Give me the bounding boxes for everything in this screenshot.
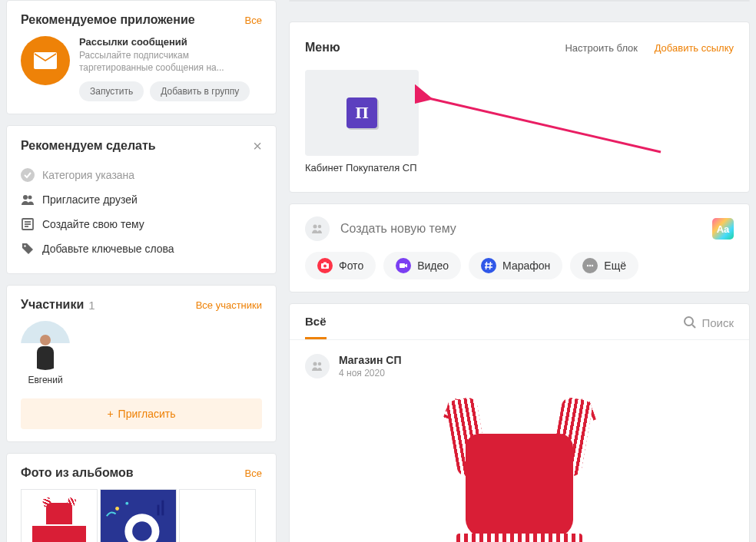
add-link-link[interactable]: Добавить ссылку xyxy=(655,42,734,54)
svg-point-3 xyxy=(28,196,32,200)
post-date: 4 ноя 2020 xyxy=(339,368,402,378)
svg-point-32 xyxy=(318,362,321,365)
svg-point-16 xyxy=(313,225,317,229)
svg-point-26 xyxy=(587,265,589,266)
todo-add-keywords[interactable]: Добавьте ключевые слова xyxy=(21,236,262,261)
video-icon xyxy=(396,258,411,273)
photos-card: Фото из альбомов Все xyxy=(6,453,277,542)
plus-icon: + xyxy=(107,408,113,420)
svg-point-17 xyxy=(318,225,321,228)
configure-block-link[interactable]: Настроить блок xyxy=(565,42,638,54)
add-marathon-chip[interactable]: Марафон xyxy=(469,252,562,279)
card-stub xyxy=(289,0,750,2)
recommended-app-all-link[interactable]: Все xyxy=(245,15,262,26)
svg-point-12 xyxy=(125,502,128,505)
svg-point-11 xyxy=(115,507,119,511)
photos-header: Фото из альбомов xyxy=(21,466,134,480)
menu-tile-buyer-cabinet[interactable]: П xyxy=(305,70,419,156)
svg-rect-14 xyxy=(158,505,160,516)
svg-line-23 xyxy=(490,262,491,269)
svg-point-2 xyxy=(23,195,28,200)
invite-button[interactable]: + Пригласить xyxy=(21,398,262,429)
recommended-app-header: Рекомендуемое приложение xyxy=(21,13,195,27)
participants-card: Участники 1 Все участники Евгений + Приг… xyxy=(6,285,277,442)
participants-header: Участники xyxy=(21,298,84,312)
svg-point-19 xyxy=(323,265,327,268)
album-photo-abstract[interactable] xyxy=(100,489,177,542)
app-logo-icon: П xyxy=(346,97,377,128)
post-avatar-icon[interactable] xyxy=(305,354,330,378)
recommended-app-card: Рекомендуемое приложение Все Рассылки со… xyxy=(6,0,277,114)
menu-card: Меню Настроить блок Добавить ссылку П Ка… xyxy=(289,21,750,193)
tab-all[interactable]: Всё xyxy=(305,315,327,339)
app-description: Рассылайте подписчикам таргетированные с… xyxy=(79,49,262,74)
todo-create-topic[interactable]: Создайте свою тему xyxy=(21,212,262,236)
camera-icon xyxy=(317,258,333,273)
add-video-chip[interactable]: Видео xyxy=(383,252,461,279)
svg-rect-15 xyxy=(161,501,164,516)
svg-point-31 xyxy=(313,362,317,366)
todo-invite-friends[interactable]: Пригласите друзей xyxy=(21,187,262,212)
svg-point-28 xyxy=(592,265,593,266)
more-icon xyxy=(582,258,598,273)
avatar xyxy=(21,321,70,370)
add-photo-chip[interactable]: Фото xyxy=(305,252,376,279)
feed-card: Всё Поиск Магазин СП 4 ноя 2020 xyxy=(289,303,750,542)
menu-title: Меню xyxy=(305,41,340,55)
app-title: Рассылки сообщений xyxy=(79,36,262,48)
compose-card: Aa Фото Видео Марафон Ещё xyxy=(289,203,750,292)
run-button[interactable]: Запустить xyxy=(79,81,144,101)
close-icon[interactable]: × xyxy=(253,138,262,154)
text-style-icon[interactable]: Aa xyxy=(712,218,734,240)
todo-card: Рекомендуем сделать × Категория указана … xyxy=(6,125,277,274)
menu-tile-label: Кабинет Покупателя СП xyxy=(305,162,419,174)
svg-rect-21 xyxy=(400,263,405,268)
add-to-group-button[interactable]: Добавить в группу xyxy=(150,81,250,101)
more-chip[interactable]: Ещё xyxy=(570,252,638,279)
svg-line-30 xyxy=(692,325,695,328)
svg-point-1 xyxy=(21,168,35,182)
todo-category-done[interactable]: Категория указана xyxy=(21,163,262,187)
participants-count: 1 xyxy=(88,299,94,312)
hash-icon xyxy=(481,258,496,273)
svg-rect-20 xyxy=(323,263,327,264)
participant-item[interactable]: Евгений xyxy=(21,321,70,385)
post-image[interactable] xyxy=(305,391,734,542)
svg-point-29 xyxy=(685,317,693,326)
mail-app-icon xyxy=(21,36,70,85)
svg-line-22 xyxy=(486,262,487,269)
svg-point-8 xyxy=(24,246,25,247)
create-topic-input[interactable] xyxy=(340,222,701,236)
post-author[interactable]: Магазин СП xyxy=(339,354,402,366)
search-icon xyxy=(683,316,697,329)
all-participants-link[interactable]: Все участники xyxy=(196,299,262,311)
svg-point-27 xyxy=(589,265,591,266)
album-photo-empty[interactable] xyxy=(179,489,256,542)
feed-search-link[interactable]: Поиск xyxy=(683,316,734,339)
group-avatar-icon xyxy=(305,216,330,241)
todo-header: Рекомендуем сделать xyxy=(21,139,156,153)
participant-name: Евгений xyxy=(21,375,70,385)
album-photo-dress[interactable] xyxy=(21,489,98,542)
photos-all-link[interactable]: Все xyxy=(245,468,262,479)
